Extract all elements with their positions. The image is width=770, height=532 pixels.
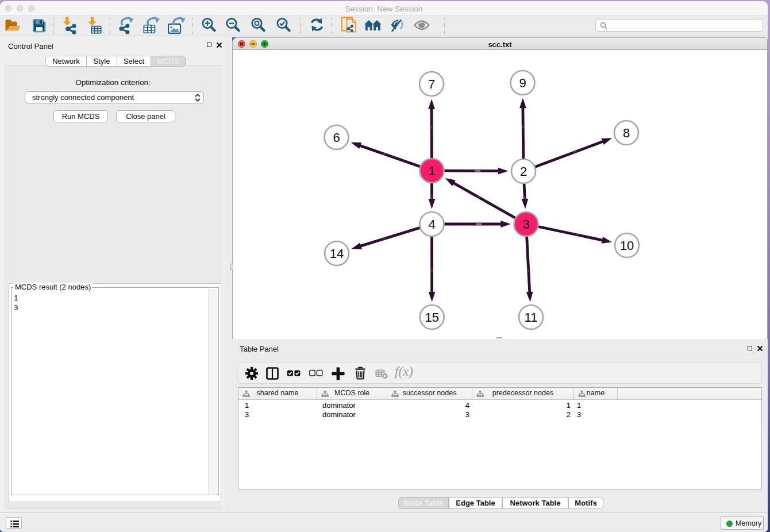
svg-text:3: 3 xyxy=(522,217,529,232)
svg-text:4: 4 xyxy=(428,217,435,232)
svg-text:14: 14 xyxy=(330,246,344,261)
svg-text:7: 7 xyxy=(428,77,435,91)
svg-text:15: 15 xyxy=(425,310,438,325)
svg-text:2: 2 xyxy=(520,164,527,179)
svg-text:9: 9 xyxy=(519,76,526,90)
svg-text:10: 10 xyxy=(620,238,634,253)
svg-text:1: 1 xyxy=(428,164,435,178)
svg-text:11: 11 xyxy=(525,310,538,325)
svg-text:6: 6 xyxy=(333,130,340,145)
svg-text:8: 8 xyxy=(623,126,630,140)
